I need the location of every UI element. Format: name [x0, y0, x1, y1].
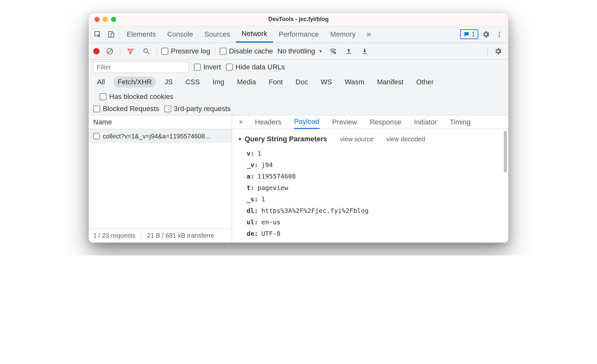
device-toggle-icon[interactable] [105, 29, 117, 40]
tab-memory[interactable]: Memory [325, 26, 361, 43]
filter-type-manifest[interactable]: Manifest [373, 77, 407, 88]
separator [120, 46, 120, 56]
upload-har-icon[interactable] [343, 46, 355, 57]
chevron-down-icon: ▼ [318, 49, 323, 54]
checkbox-icon [93, 133, 100, 139]
minimize-window-button[interactable] [103, 17, 108, 22]
detail-tab-initiator[interactable]: Initiator [414, 115, 437, 129]
filter-type-wasm[interactable]: Wasm [341, 77, 368, 88]
throttling-select[interactable]: No throttling ▼ [277, 47, 323, 55]
hide-data-urls-checkbox[interactable]: Hide data URLs [226, 63, 285, 71]
tab-performance[interactable]: Performance [273, 26, 325, 43]
svg-line-7 [108, 49, 112, 53]
tab-sources[interactable]: Sources [199, 26, 236, 43]
network-status-bar: 1 / 23 requests 21 B / 681 kB transferre [89, 228, 232, 242]
query-param-row: t:pageview [247, 182, 501, 193]
separator [157, 46, 157, 56]
detail-tab-payload[interactable]: Payload [294, 115, 320, 129]
titlebar: DevTools - jec.fyi/blog [89, 13, 508, 26]
tab-network[interactable]: Network [236, 26, 273, 43]
preserve-log-checkbox[interactable]: Preserve log [161, 47, 210, 55]
filter-type-font[interactable]: Font [265, 77, 287, 88]
network-settings-icon[interactable] [492, 46, 504, 57]
request-row[interactable]: collect?v=1&_v=j94&a=1195574608… [89, 129, 232, 143]
section-header[interactable]: ▼ Query String Parameters view source vi… [238, 135, 501, 143]
checkbox-icon [93, 105, 100, 112]
query-param-row: _v:j94 [247, 159, 501, 171]
more-tabs-icon[interactable]: » [363, 29, 375, 40]
svg-point-4 [499, 34, 500, 35]
clear-icon[interactable] [104, 46, 116, 57]
filter-type-doc[interactable]: Doc [292, 77, 312, 88]
checkbox-icon [164, 105, 171, 112]
maximize-window-button[interactable] [111, 17, 116, 22]
search-icon[interactable] [141, 46, 152, 57]
filter-bar: Invert Hide data URLs [89, 60, 508, 75]
invert-checkbox[interactable]: Invert [194, 63, 221, 71]
close-detail-icon[interactable]: × [236, 118, 245, 126]
checkbox-icon [220, 48, 227, 55]
svg-point-3 [499, 32, 500, 33]
separator [141, 232, 141, 240]
filter-input[interactable] [93, 61, 189, 73]
query-param-row: ul:en-us [247, 216, 501, 228]
detail-tab-response[interactable]: Response [370, 115, 401, 129]
has-blocked-cookies-checkbox[interactable]: Has blocked cookies [100, 93, 173, 101]
download-har-icon[interactable] [359, 46, 370, 57]
issues-badge[interactable]: 1 [460, 29, 478, 39]
checkbox-icon [194, 64, 201, 71]
svg-rect-11 [347, 53, 351, 54]
filter-type-fetch-xhr[interactable]: Fetch/XHR [114, 77, 156, 88]
query-param-row: a:1195574608 [247, 171, 501, 182]
separator [488, 46, 488, 56]
kebab-menu-icon[interactable] [494, 29, 505, 40]
record-button[interactable] [93, 48, 100, 54]
param-value: pageview [257, 184, 288, 192]
filter-type-img[interactable]: Img [209, 77, 228, 88]
network-conditions-icon[interactable] [327, 46, 339, 57]
filter-type-other[interactable]: Other [412, 77, 438, 88]
detail-tab-headers[interactable]: Headers [255, 115, 281, 129]
disclosure-triangle-icon: ▼ [238, 136, 242, 142]
filter-type-js[interactable]: JS [161, 77, 177, 88]
filter-options-row: Blocked Requests 3rd-party requests [89, 103, 508, 115]
checkbox-icon [161, 48, 168, 55]
blocked-requests-checkbox[interactable]: Blocked Requests [93, 105, 159, 113]
filter-type-all[interactable]: All [93, 77, 109, 88]
request-list-pane: Name collect?v=1&_v=j94&a=1195574608… 1 … [89, 115, 232, 242]
filter-type-css[interactable]: CSS [182, 77, 204, 88]
param-value: https%3A%2F%2Fjec.fyi%2Fblog [261, 207, 369, 214]
view-source-link[interactable]: view source [340, 136, 374, 143]
detail-tab-timing[interactable]: Timing [450, 115, 470, 129]
settings-icon[interactable] [480, 29, 492, 40]
issue-icon [463, 31, 470, 38]
filter-type-ws[interactable]: WS [317, 77, 336, 88]
svg-rect-2 [111, 33, 114, 37]
param-key: t: [247, 184, 254, 192]
section-title-text: Query String Parameters [245, 135, 327, 143]
separator [119, 30, 119, 39]
filter-type-media[interactable]: Media [233, 77, 260, 88]
preserve-log-label: Preserve log [171, 47, 210, 55]
separator [215, 46, 215, 56]
column-header-name[interactable]: Name [89, 115, 232, 129]
network-main: Name collect?v=1&_v=j94&a=1195574608… 1 … [89, 115, 508, 242]
request-name: collect?v=1&_v=j94&a=1195574608… [103, 133, 211, 140]
close-window-button[interactable] [95, 17, 100, 22]
tab-console[interactable]: Console [162, 26, 199, 43]
view-decoded-link[interactable]: view decoded [386, 136, 425, 143]
blocked-requests-label: Blocked Requests [103, 105, 159, 113]
has-blocked-cookies-label: Has blocked cookies [109, 93, 173, 101]
tab-elements[interactable]: Elements [121, 26, 162, 43]
issues-count: 1 [472, 31, 475, 38]
param-value: 1 [257, 150, 261, 157]
param-key: a: [247, 172, 254, 180]
detail-tabs: × HeadersPayloadPreviewResponseInitiator… [232, 115, 508, 129]
detail-tab-preview[interactable]: Preview [332, 115, 357, 129]
checkbox-icon [226, 64, 233, 71]
disable-cache-checkbox[interactable]: Disable cache [220, 47, 273, 55]
inspect-icon[interactable] [92, 29, 103, 40]
third-party-checkbox[interactable]: 3rd-party requests [164, 105, 231, 113]
scrollbar[interactable] [504, 131, 507, 172]
filter-icon[interactable] [125, 46, 136, 57]
